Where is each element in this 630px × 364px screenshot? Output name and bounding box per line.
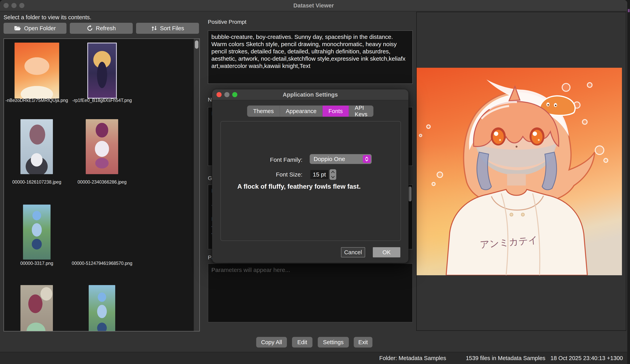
tab-api-keys[interactable]: API Keys	[349, 106, 373, 117]
file-grid-panel[interactable]: -nBezoDRkE1r75MRfQUja.png -rp1fEe0_B18g6…	[4, 38, 200, 331]
dialog-title: Application Settings	[212, 91, 408, 98]
settings-button[interactable]: Settings	[318, 337, 349, 348]
status-datetime: 18 Oct 2025 23:40:13 +1300	[550, 355, 623, 362]
file-thumbnail[interactable]	[20, 119, 53, 174]
font-preview-text: A flock of fluffy, feathery fowls flew f…	[237, 183, 360, 190]
scrollbar-thumb[interactable]	[408, 186, 412, 201]
font-family-select[interactable]: Doppio One	[310, 154, 372, 164]
font-size-label: Font Size:	[232, 171, 302, 178]
tab-themes[interactable]: Themes	[247, 106, 280, 117]
file-thumbnail[interactable]	[14, 43, 59, 99]
open-folder-button[interactable]: Open Folder	[4, 23, 66, 34]
screen: Dataset Viewer Select a folder to view i…	[0, 0, 630, 364]
file-name: -rp1fEe0_B18g6XsFh54T.png	[69, 98, 135, 103]
status-folder: Folder: Metadata Samples	[379, 355, 446, 362]
ok-button[interactable]: OK	[373, 247, 400, 257]
window-title: Dataset Viewer	[0, 2, 627, 9]
font-family-label: Font Family:	[232, 157, 302, 163]
sort-icon: A z	[151, 25, 157, 31]
tab-fonts[interactable]: Fonts	[323, 106, 349, 117]
application-settings-dialog: Application Settings Themes Appearance F…	[212, 89, 408, 263]
file-thumbnail[interactable]	[86, 119, 118, 174]
fonts-settings-panel: Font Family: Doppio One Font Size: 15 pt	[220, 121, 401, 241]
font-size-input[interactable]: 15 pt	[310, 170, 328, 179]
positive-prompt-label: Positive Prompt	[208, 19, 246, 25]
edit-button[interactable]: Edit	[292, 337, 312, 348]
chevron-down-icon	[331, 176, 335, 179]
chevron-up-icon	[331, 171, 335, 173]
file-thumbnail[interactable]	[23, 204, 50, 260]
chevron-up-down-icon	[363, 155, 371, 163]
file-name: 00000-512479461968570.png	[69, 261, 135, 266]
parameters-textarea[interactable]: Parameters will appear here...	[208, 263, 413, 322]
file-thumbnail[interactable]	[89, 285, 115, 331]
font-size-stepper[interactable]	[330, 169, 336, 180]
file-name: 00000-1626107238.jpeg	[4, 180, 70, 185]
file-name: 00000-3317.png	[4, 261, 70, 266]
open-folder-icon	[14, 25, 21, 31]
app-window: Dataset Viewer Select a folder to view i…	[0, 0, 627, 364]
svg-text:z: z	[152, 29, 153, 31]
tab-appearance[interactable]: Appearance	[280, 106, 322, 117]
image-preview-panel: アンミカテイ	[416, 12, 626, 331]
file-name: -nBezoDRkE1r75MRfQUja.png	[4, 98, 70, 103]
status-bar: Folder: Metadata Samples 1539 files in M…	[0, 352, 627, 364]
preview-image[interactable]: アンミカテイ	[417, 68, 622, 275]
folder-instruction-text: Select a folder to view its contents.	[4, 14, 92, 21]
refresh-button[interactable]: Refresh	[70, 23, 133, 34]
negative-prompt-label: N	[208, 97, 212, 103]
file-name: 00000-2340366286.jpeg	[69, 180, 135, 185]
font-family-value: Doppio One	[310, 156, 363, 162]
background-window-accent	[628, 9, 630, 12]
sort-files-label: Sort Files	[160, 25, 184, 32]
dialog-title-bar: Application Settings	[212, 89, 408, 100]
title-bar: Dataset Viewer	[0, 0, 627, 11]
file-thumbnail[interactable]	[20, 285, 53, 331]
refresh-icon	[87, 25, 93, 31]
exit-button[interactable]: Exit	[354, 337, 372, 348]
cancel-button[interactable]: Cancel	[341, 247, 365, 257]
status-file-count: 1539 files in Metadata Samples	[466, 355, 546, 362]
file-grid-scrollbar[interactable]	[194, 39, 200, 331]
open-folder-label: Open Folder	[24, 25, 56, 32]
file-thumbnail[interactable]	[87, 43, 117, 99]
settings-tab-bar: Themes Appearance Fonts API Keys	[247, 105, 374, 117]
refresh-label: Refresh	[96, 25, 116, 32]
svg-text:A: A	[155, 25, 156, 27]
sort-files-button[interactable]: A z Sort Files	[136, 23, 199, 34]
scrollbar-thumb[interactable]	[195, 40, 198, 49]
file-thumbnail[interactable]	[86, 204, 118, 260]
positive-prompt-textarea[interactable]: bubble-creature, boy-creatives. Sunny da…	[208, 30, 413, 84]
background-window-sliver	[627, 0, 630, 364]
generation-data-label: G	[208, 175, 212, 182]
copy-all-button[interactable]: Copy All	[256, 337, 287, 348]
